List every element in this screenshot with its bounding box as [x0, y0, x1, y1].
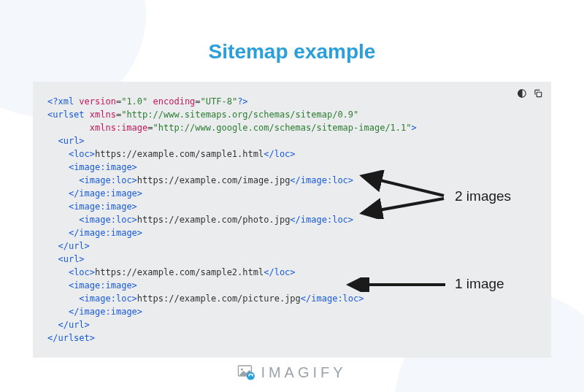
val: "http://www.google.com/schemas/sitemap-i…: [153, 123, 412, 133]
urlset-close: </urlset>: [47, 333, 95, 343]
image-open: <image:image>: [69, 162, 137, 172]
image-loc-open: <image:loc>: [79, 293, 137, 304]
theme-toggle-icon[interactable]: [516, 88, 528, 99]
imagify-logo-icon: [237, 364, 255, 381]
gt: >: [412, 123, 417, 133]
code-block: <?xml version="1.0" encoding="UTF-8"?> <…: [33, 82, 551, 358]
code-content: <?xml version="1.0" encoding="UTF-8"?> <…: [47, 95, 537, 345]
url-close: </url>: [58, 320, 89, 330]
svg-point-10: [247, 372, 255, 380]
xml-decl-close: ?>: [237, 96, 247, 107]
image-loc-open: <image:loc>: [79, 175, 137, 185]
xml-decl-open: <?xml: [47, 96, 74, 107]
val: "1.0": [121, 96, 147, 107]
image-loc-close: </image:loc>: [301, 293, 364, 304]
annotation-one-image: 1 image: [455, 276, 504, 292]
attr: xmlns:image: [90, 123, 147, 133]
img-text: https://example.com/picture.jpg: [137, 293, 301, 304]
loc-open: <loc>: [69, 267, 95, 277]
img-text: https://example.com/image.jpg: [137, 175, 291, 185]
loc-close: </loc>: [264, 149, 295, 159]
val: "UTF-8": [201, 96, 238, 107]
loc-close: </loc>: [264, 267, 295, 277]
copy-icon[interactable]: [532, 88, 544, 99]
url-close: </url>: [58, 241, 89, 251]
url-open: <url>: [58, 254, 84, 264]
url-open: <url>: [58, 136, 84, 146]
attr: encoding: [153, 96, 196, 107]
image-open: <image:image>: [69, 280, 137, 291]
loc-text: https://example.com/sample1.html: [95, 149, 264, 159]
image-close: </image:image>: [69, 307, 142, 317]
image-open: <image:image>: [69, 201, 137, 212]
brand-name: IMAGIFY: [261, 364, 346, 381]
image-loc-open: <image:loc>: [79, 215, 137, 225]
annotation-two-images: 2 images: [455, 188, 511, 204]
image-loc-close: </image:loc>: [290, 175, 353, 185]
svg-point-9: [241, 369, 243, 371]
attr: xmlns: [90, 109, 116, 120]
page-title: Sitemap example: [0, 0, 584, 82]
svg-rect-1: [537, 92, 541, 96]
code-toolbar: [516, 88, 544, 99]
image-loc-close: </image:loc>: [290, 215, 353, 225]
footer-logo: IMAGIFY: [237, 364, 346, 381]
image-close: </image:image>: [69, 228, 142, 238]
img-text: https://example.com/photo.jpg: [137, 215, 291, 225]
loc-open: <loc>: [69, 149, 95, 159]
image-close: </image:image>: [69, 188, 142, 199]
urlset-open: <urlset: [47, 109, 85, 120]
loc-text: https://example.com/sample2.html: [95, 267, 264, 277]
val: "http://www.sitemaps.org/schemas/sitemap…: [121, 109, 358, 120]
attr: version: [79, 96, 116, 107]
